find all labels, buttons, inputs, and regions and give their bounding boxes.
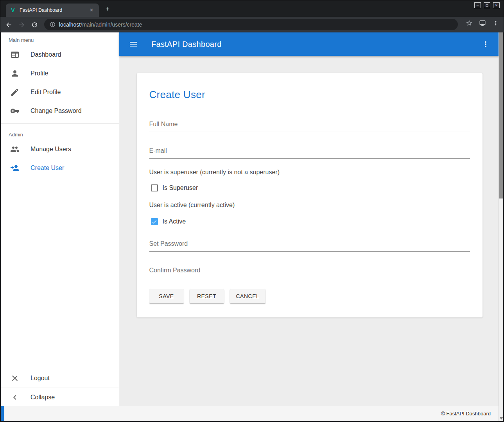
sidebar-item-create-user[interactable]: Create User xyxy=(1,159,119,177)
active-hint: User is active (currently active) xyxy=(149,202,470,209)
address-bar[interactable]: localhost/main/admin/users/create xyxy=(44,19,458,30)
browser-tab[interactable]: V FastAPI Dashboard ✕ xyxy=(6,4,99,17)
sidebar-item-label: Create User xyxy=(30,165,64,172)
checkbox-checked-icon[interactable] xyxy=(151,218,158,225)
sidebar-item-label: Collapse xyxy=(30,394,55,401)
form-buttons: SAVE RESET CANCEL xyxy=(149,289,470,303)
scrollbar-thumb[interactable] xyxy=(499,32,503,198)
superuser-hint: User is superuser (currently is not a su… xyxy=(149,169,470,176)
confirm-password-field-wrap xyxy=(149,263,470,278)
bookmark-star-icon[interactable] xyxy=(465,18,474,28)
new-tab-button[interactable]: + xyxy=(104,5,111,13)
forward-icon[interactable] xyxy=(17,20,26,29)
sidebar-item-label: Logout xyxy=(30,375,50,382)
appbar-title: FastAPI Dashboard xyxy=(151,40,222,49)
url-host: localhost xyxy=(59,21,81,28)
person-add-icon xyxy=(10,163,20,173)
sidebar-bottom: Logout Collapse xyxy=(1,369,119,407)
page-title: Create User xyxy=(149,89,470,101)
pencil-icon xyxy=(10,88,20,97)
cancel-button[interactable]: CANCEL xyxy=(230,289,266,303)
reload-icon[interactable] xyxy=(30,20,39,29)
maximize-button[interactable]: ▢ xyxy=(484,2,490,8)
sidebar-item-label: Manage Users xyxy=(30,146,71,153)
set-password-input[interactable] xyxy=(149,236,470,252)
url-path: /main/admin/users/create xyxy=(81,21,142,28)
back-icon[interactable] xyxy=(4,20,13,29)
app-bar: FastAPI Dashboard xyxy=(119,32,500,56)
toolbar-right xyxy=(461,18,500,28)
browser-menu-kebab-icon[interactable] xyxy=(491,18,500,28)
scrollbar-down-arrow-icon[interactable] xyxy=(500,417,503,420)
sidebar-item-change-password[interactable]: Change Password xyxy=(1,102,119,120)
sidebar-item-label: Change Password xyxy=(30,107,82,114)
tab-strip: V FastAPI Dashboard ✕ + ─ ▢ ✕ xyxy=(0,0,504,17)
people-icon xyxy=(10,145,20,154)
vuetify-logo-icon: V xyxy=(10,7,16,13)
sidebar-item-edit-profile[interactable]: Edit Profile xyxy=(1,83,119,102)
full-name-input[interactable] xyxy=(149,116,470,132)
is-superuser-label[interactable]: Is Superuser xyxy=(163,184,198,191)
sidebar-item-label: Profile xyxy=(30,70,48,77)
email-input[interactable] xyxy=(149,143,470,159)
extension-icon[interactable] xyxy=(478,18,487,28)
tab-close-icon[interactable]: ✕ xyxy=(88,7,95,14)
sidebar-divider xyxy=(1,123,119,124)
dashboard-icon xyxy=(10,50,20,59)
sidebar: Main menu Dashboard Profile Edit Profile… xyxy=(1,32,119,407)
tab-title: FastAPI Dashboard xyxy=(20,7,88,13)
save-button[interactable]: SAVE xyxy=(149,289,184,303)
browser-window: V FastAPI Dashboard ✕ + ─ ▢ ✕ localhost/… xyxy=(0,0,504,422)
is-superuser-checkbox-row[interactable]: Is Superuser xyxy=(151,184,470,191)
scrollbar-track[interactable] xyxy=(499,32,503,421)
footer-copyright: © FastAPI Dashboard xyxy=(4,406,503,421)
sidebar-item-logout[interactable]: Logout xyxy=(1,369,119,388)
sidebar-section-admin: Admin xyxy=(1,127,119,140)
is-active-label[interactable]: Is Active xyxy=(163,218,186,225)
checkbox-unchecked-icon[interactable] xyxy=(151,184,158,191)
appbar-kebab-icon[interactable] xyxy=(479,37,493,51)
hamburger-menu-icon[interactable] xyxy=(126,37,140,51)
main-content: Create User User is superuser (currently… xyxy=(119,56,500,407)
close-button[interactable]: ✕ xyxy=(493,2,500,8)
close-x-icon xyxy=(10,374,20,383)
sidebar-item-dashboard[interactable]: Dashboard xyxy=(1,45,119,64)
create-user-card: Create User User is superuser (currently… xyxy=(136,73,483,318)
app-footer: © FastAPI Dashboard xyxy=(1,406,503,421)
sidebar-item-label: Edit Profile xyxy=(30,89,61,96)
chevron-left-icon xyxy=(10,393,20,402)
sidebar-section-main: Main menu xyxy=(1,32,119,45)
reset-button[interactable]: RESET xyxy=(190,289,224,303)
sidebar-item-profile[interactable]: Profile xyxy=(1,64,119,83)
sidebar-item-label: Dashboard xyxy=(30,51,61,58)
person-icon xyxy=(10,69,20,78)
password-field-wrap xyxy=(149,236,470,252)
window-controls: ─ ▢ ✕ xyxy=(474,2,500,8)
email-field-wrap xyxy=(149,143,470,159)
sidebar-item-collapse[interactable]: Collapse xyxy=(1,388,119,407)
full-name-field-wrap xyxy=(149,116,470,132)
confirm-password-input[interactable] xyxy=(149,263,470,278)
is-active-checkbox-row[interactable]: Is Active xyxy=(151,218,470,225)
minimize-button[interactable]: ─ xyxy=(474,2,481,8)
page-info-icon[interactable] xyxy=(50,21,56,27)
key-icon xyxy=(10,106,20,116)
sidebar-item-manage-users[interactable]: Manage Users xyxy=(1,140,119,159)
